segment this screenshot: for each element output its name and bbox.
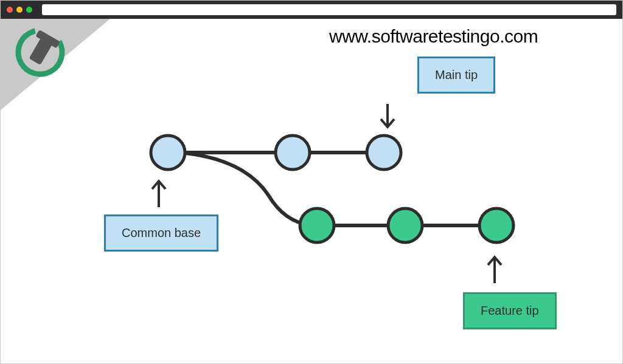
feature-node-2	[479, 208, 513, 242]
branch-diagram: Main tip Common base Feature tip	[74, 49, 573, 359]
browser-chrome	[1, 1, 622, 19]
main-node-2	[367, 136, 401, 170]
url-bar[interactable]	[42, 4, 616, 15]
label-feature-tip: Feature tip	[463, 292, 557, 329]
main-node-0	[151, 136, 185, 170]
window-maximize-icon[interactable]	[26, 7, 32, 13]
main-node-1	[276, 136, 310, 170]
label-common-base: Common base	[104, 215, 218, 252]
feature-node-1	[388, 208, 422, 242]
label-main-tip: Main tip	[417, 57, 495, 94]
site-logo	[13, 25, 68, 80]
window-minimize-icon[interactable]	[16, 7, 23, 13]
window-close-icon[interactable]	[7, 7, 13, 13]
label-feature-tip-text: Feature tip	[481, 304, 539, 318]
label-common-base-text: Common base	[122, 226, 201, 240]
site-url-text: www.softwaretestingo.com	[329, 26, 538, 47]
feature-node-0	[300, 208, 334, 242]
label-main-tip-text: Main tip	[435, 68, 478, 82]
